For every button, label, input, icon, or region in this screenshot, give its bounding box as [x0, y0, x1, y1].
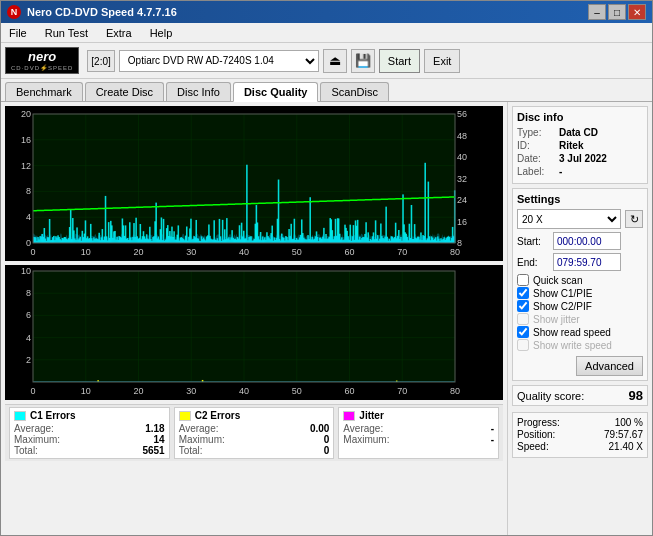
advanced-button[interactable]: Advanced [576, 356, 643, 376]
jitter-avg-label: Average: [343, 423, 383, 434]
menu-file[interactable]: File [5, 27, 31, 39]
id-label: ID: [517, 140, 555, 151]
position-label: Position: [517, 429, 555, 440]
c1-total-label: Total: [14, 445, 38, 456]
tabs: Benchmark Create Disc Disc Info Disc Qua… [1, 79, 652, 102]
type-label: Type: [517, 127, 555, 138]
main-window: N Nero CD-DVD Speed 4.7.7.16 – □ ✕ File … [0, 0, 653, 536]
quality-score-section: Quality score: 98 [512, 385, 648, 406]
c2-avg-label: Average: [179, 423, 219, 434]
start-label: Start: [517, 236, 549, 247]
sidebar: Disc info Type: Data CD ID: Ritek Date: … [507, 102, 652, 535]
bottom-chart [5, 265, 503, 400]
show-c1-pie-row: Show C1/PIE [517, 287, 643, 299]
stats-footer: C1 Errors Average: 1.18 Maximum: 14 Tota… [5, 404, 503, 461]
progress-value: 100 % [615, 417, 643, 428]
title-bar-left: N Nero CD-DVD Speed 4.7.7.16 [7, 5, 177, 19]
app-icon: N [7, 5, 21, 19]
jitter-max-label: Maximum: [343, 434, 389, 445]
refresh-icon[interactable]: ↻ [625, 210, 643, 228]
show-c2pif-checkbox[interactable] [517, 300, 529, 312]
progress-label: Progress: [517, 417, 560, 428]
toolbar: nero CD·DVD⚡SPEED [2:0] Optiarc DVD RW A… [1, 43, 652, 79]
c1-total-value: 5651 [142, 445, 164, 456]
quick-scan-checkbox[interactable] [517, 274, 529, 286]
c2-stats: C2 Errors Average: 0.00 Maximum: 0 Total… [174, 407, 335, 459]
close-button[interactable]: ✕ [628, 4, 646, 20]
show-read-speed-row: Show read speed [517, 326, 643, 338]
jitter-color [343, 411, 355, 421]
show-jitter-row: Show jitter [517, 313, 643, 325]
date-label: Date: [517, 153, 555, 164]
type-value: Data CD [559, 127, 598, 138]
chart-area: C1 Errors Average: 1.18 Maximum: 14 Tota… [1, 102, 507, 535]
start-time-input[interactable] [553, 232, 621, 250]
disc-label-value: - [559, 166, 562, 177]
c2-max-value: 0 [324, 434, 330, 445]
disc-label-label: Label: [517, 166, 555, 177]
title-bar: N Nero CD-DVD Speed 4.7.7.16 – □ ✕ [1, 1, 652, 23]
show-write-speed-row: Show write speed [517, 339, 643, 351]
top-chart [5, 106, 503, 261]
c1-label: C1 Errors [30, 410, 76, 421]
show-c1pie-checkbox[interactable] [517, 287, 529, 299]
id-value: Ritek [559, 140, 583, 151]
c1-max-label: Maximum: [14, 434, 60, 445]
drive-label: [2:0] [87, 50, 114, 72]
quick-scan-label: Quick scan [533, 275, 582, 286]
drive-selector[interactable]: Optiarc DVD RW AD-7240S 1.04 [119, 50, 319, 72]
jitter-stats: Jitter Average: - Maximum: - [338, 407, 499, 459]
position-value: 79:57.67 [604, 429, 643, 440]
menu-extra[interactable]: Extra [102, 27, 136, 39]
c2-avg-value: 0.00 [310, 423, 329, 434]
date-value: 3 Jul 2022 [559, 153, 607, 164]
tab-scan-disc[interactable]: ScanDisc [320, 82, 388, 101]
quality-score-label: Quality score: [517, 390, 584, 402]
title-controls: – □ ✕ [588, 4, 646, 20]
show-c1pie-label: Show C1/PIE [533, 288, 592, 299]
content-area: C1 Errors Average: 1.18 Maximum: 14 Tota… [1, 102, 652, 535]
maximize-button[interactable]: □ [608, 4, 626, 20]
menu-bar: File Run Test Extra Help [1, 23, 652, 43]
c1-avg-label: Average: [14, 423, 54, 434]
jitter-max-value: - [491, 434, 494, 445]
c1-max-value: 14 [154, 434, 165, 445]
show-write-speed-label: Show write speed [533, 340, 612, 351]
save-icon[interactable]: 💾 [351, 49, 375, 73]
minimize-button[interactable]: – [588, 4, 606, 20]
window-title: Nero CD-DVD Speed 4.7.7.16 [27, 6, 177, 18]
c2-total-label: Total: [179, 445, 203, 456]
tab-create-disc[interactable]: Create Disc [85, 82, 164, 101]
show-read-speed-checkbox[interactable] [517, 326, 529, 338]
speed-label: Speed: [517, 441, 549, 452]
disc-info-section: Disc info Type: Data CD ID: Ritek Date: … [512, 106, 648, 184]
c1-color [14, 411, 26, 421]
tab-disc-info[interactable]: Disc Info [166, 82, 231, 101]
tab-disc-quality[interactable]: Disc Quality [233, 82, 319, 102]
end-time-input[interactable] [553, 253, 621, 271]
menu-run-test[interactable]: Run Test [41, 27, 92, 39]
nero-logo: nero CD·DVD⚡SPEED [5, 47, 79, 74]
tab-benchmark[interactable]: Benchmark [5, 82, 83, 101]
c2-total-value: 0 [324, 445, 330, 456]
c2-label: C2 Errors [195, 410, 241, 421]
settings-title: Settings [517, 193, 643, 205]
jitter-label: Jitter [359, 410, 383, 421]
speed-selector[interactable]: 20 X [517, 209, 621, 229]
menu-help[interactable]: Help [146, 27, 177, 39]
c1-stats: C1 Errors Average: 1.18 Maximum: 14 Tota… [9, 407, 170, 459]
c1-avg-value: 1.18 [145, 423, 164, 434]
show-c2pif-label: Show C2/PIF [533, 301, 592, 312]
jitter-avg-value: - [491, 423, 494, 434]
show-write-speed-checkbox [517, 339, 529, 351]
start-button[interactable]: Start [379, 49, 420, 73]
settings-section: Settings 20 X ↻ Start: End: Qu [512, 188, 648, 381]
eject-icon[interactable]: ⏏ [323, 49, 347, 73]
exit-button[interactable]: Exit [424, 49, 460, 73]
show-jitter-checkbox [517, 313, 529, 325]
speed-value: 21.40 X [609, 441, 643, 452]
disc-info-title: Disc info [517, 111, 643, 123]
c2-max-label: Maximum: [179, 434, 225, 445]
c2-color [179, 411, 191, 421]
quick-scan-row: Quick scan [517, 274, 643, 286]
